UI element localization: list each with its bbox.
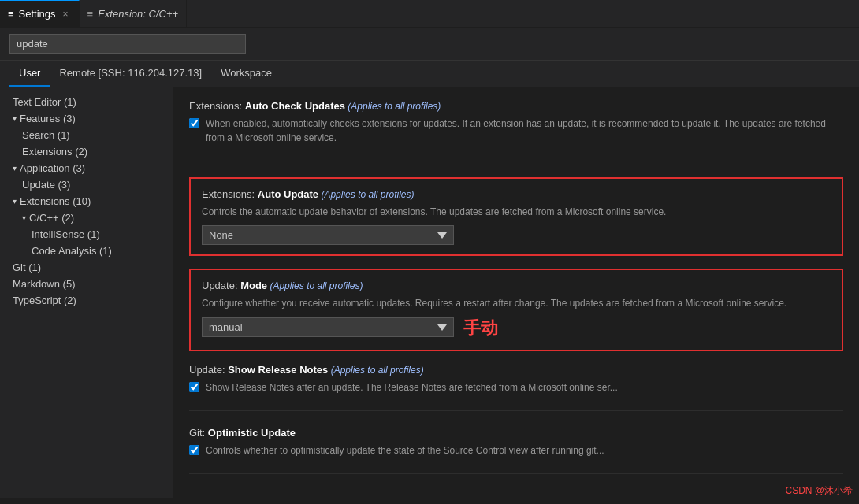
sidebar-item-code-analysis[interactable]: Code Analysis (1) [0, 243, 173, 259]
setting-title-auto-update: Extensions: Auto Update (Applies to all … [202, 188, 831, 200]
release-notes-checkbox[interactable] [189, 382, 199, 392]
git-optimistic-desc: Controls whether to optimistically updat… [206, 443, 604, 458]
sidebar-item-application[interactable]: ▾ Application (3) [0, 160, 173, 176]
tab-extension-cpp[interactable]: ≡ Extension: C/C++ [80, 0, 187, 28]
git-optimistic-checkbox[interactable] [189, 445, 199, 455]
auto-update-dropdown-wrap: None All Extensions Selected Extensions [202, 225, 831, 245]
chinese-annotation-manual: 手动 [463, 318, 498, 338]
release-notes-desc: Show Release Notes after an update. The … [206, 380, 618, 395]
section-auto-check-updates: Extensions: Auto Check Updates (Applies … [189, 100, 843, 161]
setting-title-auto-check: Extensions: Auto Check Updates (Applies … [189, 100, 843, 112]
sidebar-item-features[interactable]: ▾ Features (3) [0, 110, 173, 127]
auto-update-desc: Controls the automatic update behavior o… [202, 205, 831, 219]
release-notes-checkbox-row: Show Release Notes after an update. The … [189, 380, 843, 401]
settings-tab-icon: ≡ [8, 8, 14, 20]
section-git-optimistic: Git: Optimistic Update Controls whether … [189, 427, 843, 474]
sidebar-item-extensions-main[interactable]: ▾ Extensions (10) [0, 193, 173, 209]
tab-remote[interactable]: Remote [SSH: 116.204.127.13] [50, 61, 211, 87]
extension-tab-label: Extension: C/C++ [98, 8, 178, 20]
chevron-down-icon-ext: ▾ [13, 197, 17, 206]
sidebar-item-update[interactable]: Update (3) [0, 176, 173, 193]
section-update-mode: Update: Mode (Applies to all profiles) C… [189, 269, 843, 351]
sidebar-item-typescript[interactable]: TypeScript (2) [0, 292, 173, 309]
content-area: Extensions: Auto Check Updates (Applies … [173, 87, 859, 498]
sidebar-item-cpp[interactable]: ▾ C/C++ (2) [0, 209, 173, 226]
chevron-down-icon: ▾ [13, 114, 17, 123]
search-input[interactable]: update [9, 34, 246, 54]
chevron-down-icon-cpp: ▾ [22, 213, 26, 222]
git-optimistic-checkbox-row: Controls whether to optimistically updat… [189, 443, 843, 464]
tab-settings[interactable]: ≡ Settings × [0, 0, 80, 28]
tab-workspace[interactable]: Workspace [211, 61, 281, 87]
settings-tab-label: Settings [19, 8, 56, 20]
sidebar-item-markdown[interactable]: Markdown (5) [0, 276, 173, 292]
sidebar: Text Editor (1) ▾ Features (3) Search (1… [0, 87, 173, 498]
setting-title-update-mode: Update: Mode (Applies to all profiles) [202, 280, 831, 291]
section-show-release-notes: Update: Show Release Notes (Applies to a… [189, 364, 843, 411]
sidebar-item-intellisense[interactable]: IntelliSense (1) [0, 226, 173, 243]
sidebar-item-text-editor[interactable]: Text Editor (1) [0, 94, 173, 110]
sidebar-item-git[interactable]: Git (1) [0, 259, 173, 276]
auto-check-desc: When enabled, automatically checks exten… [206, 117, 843, 145]
section-auto-update: Extensions: Auto Update (Applies to all … [189, 177, 843, 256]
search-bar: update [0, 28, 859, 61]
update-mode-desc: Configure whether you receive automatic … [202, 296, 831, 310]
setting-title-release-notes: Update: Show Release Notes (Applies to a… [189, 364, 843, 376]
tab-bar: ≡ Settings × ≡ Extension: C/C++ [0, 0, 859, 28]
settings-tabs: User Remote [SSH: 116.204.127.13] Worksp… [0, 61, 859, 87]
extension-tab-icon: ≡ [87, 8, 94, 20]
watermark: CSDN @沐小希 [785, 484, 853, 498]
chevron-down-icon-app: ▾ [13, 164, 17, 172]
auto-update-dropdown[interactable]: None All Extensions Selected Extensions [202, 225, 454, 245]
update-mode-dropdown[interactable]: manual none start default [202, 317, 454, 337]
sidebar-item-extensions[interactable]: Extensions (2) [0, 143, 173, 160]
setting-title-git-optimistic: Git: Optimistic Update [189, 427, 843, 439]
settings-tab-close[interactable]: × [61, 8, 71, 20]
auto-check-checkbox-row: When enabled, automatically checks exten… [189, 117, 843, 151]
tab-user[interactable]: User [9, 61, 50, 87]
main-layout: Text Editor (1) ▾ Features (3) Search (1… [0, 87, 859, 498]
sidebar-item-search[interactable]: Search (1) [0, 127, 173, 143]
auto-check-checkbox[interactable] [189, 118, 199, 128]
update-mode-dropdown-wrap: manual none start default 手动 [202, 317, 831, 340]
